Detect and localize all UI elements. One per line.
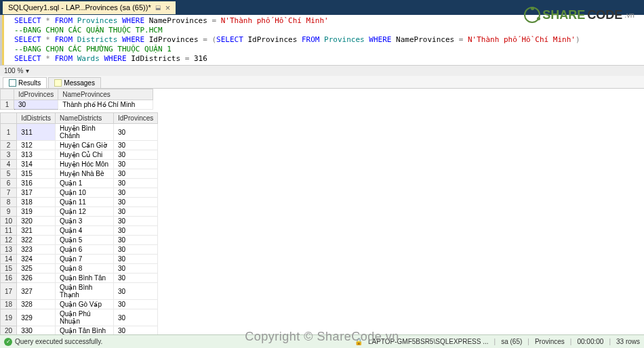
table-row[interactable]: 130Thành phố Hồ Chí Minh bbox=[1, 100, 153, 110]
cell[interactable]: Quận 10 bbox=[56, 188, 114, 198]
cell[interactable]: 314 bbox=[17, 160, 56, 169]
table-row[interactable]: 13323Quận 630 bbox=[1, 245, 158, 255]
cell[interactable]: 30 bbox=[114, 236, 158, 245]
table-row[interactable]: 7317Quận 1030 bbox=[1, 188, 158, 198]
results-pane[interactable]: IdProvincesNameProvinces130Thành phố Hồ … bbox=[0, 89, 644, 348]
table-row[interactable]: 12322Quận 530 bbox=[1, 236, 158, 245]
cell[interactable]: 320 bbox=[17, 217, 56, 226]
cell[interactable]: 30 bbox=[114, 188, 158, 198]
cell[interactable]: 30 bbox=[114, 245, 158, 255]
cell[interactable]: 316 bbox=[17, 179, 56, 188]
table-row[interactable]: 6316Quận 130 bbox=[1, 179, 158, 188]
cell[interactable]: 30 bbox=[14, 100, 58, 110]
col-header[interactable]: IdProvinces bbox=[14, 89, 58, 100]
cell[interactable]: 312 bbox=[17, 141, 56, 150]
table-row[interactable]: 3313Huyện Củ Chi30 bbox=[1, 150, 158, 160]
cell[interactable]: 30 bbox=[114, 207, 158, 217]
cell[interactable]: 30 bbox=[114, 309, 158, 326]
table-row[interactable]: 2312Huyện Cần Giờ30 bbox=[1, 141, 158, 150]
table-row[interactable]: 10320Quận 330 bbox=[1, 217, 158, 226]
cell[interactable]: 326 bbox=[17, 274, 56, 283]
cell[interactable]: 329 bbox=[17, 309, 56, 326]
cell[interactable]: 313 bbox=[17, 150, 56, 160]
cell[interactable]: 322 bbox=[17, 236, 56, 245]
cell[interactable]: 30 bbox=[114, 124, 158, 141]
cell[interactable]: 318 bbox=[17, 198, 56, 207]
tab-messages[interactable]: Messages bbox=[48, 77, 101, 88]
cell[interactable]: Huyện Bình Chánh bbox=[56, 124, 114, 141]
table-row[interactable]: 5315Huyện Nhà Bè30 bbox=[1, 169, 158, 179]
cell[interactable]: 317 bbox=[17, 188, 56, 198]
col-header[interactable]: IdDistricts bbox=[17, 113, 56, 124]
cell[interactable]: 315 bbox=[17, 169, 56, 179]
cell[interactable]: 30 bbox=[114, 274, 158, 283]
table-row[interactable]: 19329Quận Phú Nhuận30 bbox=[1, 309, 158, 326]
tab-results[interactable]: Results bbox=[3, 77, 47, 88]
cell[interactable]: 323 bbox=[17, 245, 56, 255]
cell[interactable]: 324 bbox=[17, 255, 56, 264]
cell[interactable]: Quận 12 bbox=[56, 207, 114, 217]
cell[interactable]: Quận Phú Nhuận bbox=[56, 309, 114, 326]
close-icon[interactable]: × bbox=[165, 3, 171, 12]
cell[interactable]: 30 bbox=[114, 264, 158, 274]
cell[interactable]: Huyện Cần Giờ bbox=[56, 141, 114, 150]
zoom-dropdown-icon[interactable]: ▾ bbox=[26, 67, 29, 74]
message-icon bbox=[54, 79, 62, 87]
cell[interactable]: 327 bbox=[17, 283, 56, 300]
cell[interactable]: 321 bbox=[17, 226, 56, 236]
cell[interactable]: 328 bbox=[17, 300, 56, 309]
cell[interactable]: 30 bbox=[114, 150, 158, 160]
cell[interactable]: Quận Gò Vấp bbox=[56, 300, 114, 309]
table-row[interactable]: 8318Quận 1130 bbox=[1, 198, 158, 207]
cell[interactable]: Huyện Củ Chi bbox=[56, 150, 114, 160]
cell[interactable]: 30 bbox=[114, 141, 158, 150]
cell[interactable]: 319 bbox=[17, 207, 56, 217]
table-row[interactable]: 15325Quận 830 bbox=[1, 264, 158, 274]
table-row[interactable]: 18328Quận Gò Vấp30 bbox=[1, 300, 158, 309]
table-row[interactable]: 16326Quận Bình Tân30 bbox=[1, 274, 158, 283]
cell[interactable]: 30 bbox=[114, 198, 158, 207]
table-row[interactable]: 17327Quận Bình Thạnh30 bbox=[1, 283, 158, 300]
cell[interactable]: 30 bbox=[114, 217, 158, 226]
cell[interactable]: Quận Bình Thạnh bbox=[56, 283, 114, 300]
status-rows: 33 rows bbox=[616, 338, 640, 345]
table-row[interactable]: 4314Huyện Hóc Môn30 bbox=[1, 160, 158, 169]
cell[interactable]: Quận Bình Tân bbox=[56, 274, 114, 283]
watermark-logo: SHARECODE.vn bbox=[524, 7, 635, 23]
cell[interactable]: Quận 1 bbox=[56, 179, 114, 188]
cell[interactable]: 30 bbox=[114, 160, 158, 169]
cell[interactable]: Huyện Nhà Bè bbox=[56, 169, 114, 179]
table-row[interactable]: 1311Huyện Bình Chánh30 bbox=[1, 124, 158, 141]
table-row[interactable]: 11321Quận 430 bbox=[1, 226, 158, 236]
cell[interactable]: Quận 6 bbox=[56, 245, 114, 255]
table-row[interactable]: 14324Quận 730 bbox=[1, 255, 158, 264]
sharecode-icon bbox=[524, 7, 540, 23]
grid-districts: IdDistrictsNameDistrictsIdProvinces1311H… bbox=[0, 112, 644, 348]
status-time: 00:00:00 bbox=[577, 338, 603, 345]
cell[interactable]: 30 bbox=[114, 255, 158, 264]
cell[interactable]: Quận 3 bbox=[56, 217, 114, 226]
status-message: Query executed successfully. bbox=[15, 338, 102, 345]
cell[interactable]: 311 bbox=[17, 124, 56, 141]
col-header[interactable]: NameProvinces bbox=[58, 89, 153, 100]
change-marker bbox=[2, 15, 4, 65]
cell[interactable]: 30 bbox=[114, 300, 158, 309]
col-header[interactable]: NameDistricts bbox=[56, 113, 114, 124]
cell[interactable]: Huyện Hóc Môn bbox=[56, 160, 114, 169]
cell[interactable]: Quận 8 bbox=[56, 264, 114, 274]
cell[interactable]: 30 bbox=[114, 226, 158, 236]
editor-tab[interactable]: SQLQuery1.sql - LAP...Provinces (sa (65)… bbox=[3, 1, 176, 14]
cell[interactable]: 30 bbox=[114, 283, 158, 300]
col-header[interactable]: IdProvinces bbox=[114, 113, 158, 124]
cell[interactable]: Quận 5 bbox=[56, 236, 114, 245]
table-row[interactable]: 9319Quận 1230 bbox=[1, 207, 158, 217]
cell[interactable]: Quận 4 bbox=[56, 226, 114, 236]
cell[interactable]: 30 bbox=[114, 179, 158, 188]
cell[interactable]: Quận 11 bbox=[56, 198, 114, 207]
cell[interactable]: Quận 7 bbox=[56, 255, 114, 264]
cell[interactable]: Thành phố Hồ Chí Minh bbox=[58, 100, 153, 110]
tab-title: SQLQuery1.sql - LAP...Provinces (sa (65)… bbox=[8, 3, 151, 12]
cell[interactable]: 30 bbox=[114, 169, 158, 179]
cell[interactable]: 325 bbox=[17, 264, 56, 274]
pin-icon[interactable]: ⬓ bbox=[155, 4, 161, 11]
